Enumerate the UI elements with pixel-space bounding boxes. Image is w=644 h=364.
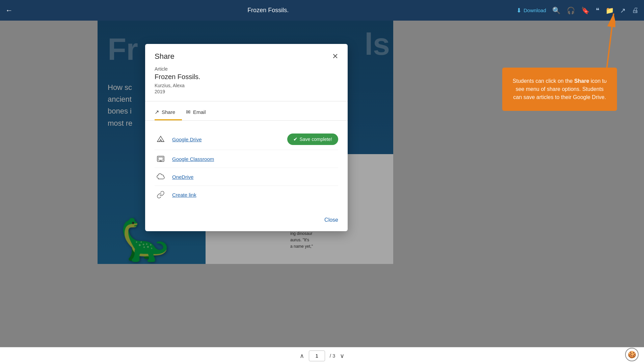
print-icon[interactable]: 🖨 bbox=[632, 6, 639, 14]
modal-article-name: Frozen Fossils. bbox=[155, 73, 338, 81]
share-tab-icon: ↗ bbox=[155, 109, 159, 115]
share-modal: Share ✕ Article Frozen Fossils. Kurzius,… bbox=[145, 44, 348, 231]
modal-close-button[interactable]: ✕ bbox=[332, 53, 338, 60]
modal-article-info: Article Frozen Fossils. Kurzius, Alexa 2… bbox=[145, 66, 348, 101]
modal-article-type: Article bbox=[155, 66, 338, 72]
audio-icon[interactable]: 🎧 bbox=[567, 6, 575, 15]
google-classroom-row: Google Classroom bbox=[155, 150, 338, 168]
tab-email[interactable]: ✉ Email bbox=[186, 104, 213, 120]
google-drive-icon bbox=[155, 135, 167, 143]
download-label: Download bbox=[524, 7, 546, 13]
google-classroom-link[interactable]: Google Classroom bbox=[172, 156, 338, 162]
modal-title: Share bbox=[155, 52, 175, 61]
page-input[interactable] bbox=[309, 350, 325, 361]
annotation-box: Students can click on the Share icon to … bbox=[502, 68, 617, 111]
next-page-button[interactable]: ∨ bbox=[340, 352, 344, 360]
modal-footer: Close bbox=[145, 212, 348, 231]
svg-rect-1 bbox=[158, 157, 163, 160]
create-link-icon bbox=[155, 191, 167, 199]
create-link-row: Create link bbox=[155, 186, 338, 203]
tab-share[interactable]: ↗ Share bbox=[155, 104, 182, 120]
save-complete-label: Save complete! bbox=[300, 137, 332, 142]
onedrive-link[interactable]: OneDrive bbox=[172, 174, 338, 180]
toolbar: ← Frozen Fossils. ⬇ Download 🔍 🎧 🔖 ❝ 📁 ↗… bbox=[0, 0, 644, 21]
pagination: ∧ / 3 ∨ bbox=[0, 347, 644, 364]
folder-icon[interactable]: 📁 bbox=[606, 6, 614, 15]
page-title: Frozen Fossils. bbox=[20, 7, 516, 14]
modal-tabs: ↗ Share ✉ Email bbox=[145, 104, 348, 121]
quote-icon[interactable]: ❝ bbox=[596, 6, 599, 15]
create-link-link[interactable]: Create link bbox=[172, 192, 338, 198]
back-button[interactable]: ← bbox=[5, 6, 13, 15]
onedrive-row: OneDrive bbox=[155, 168, 338, 186]
prev-page-button[interactable]: ∧ bbox=[300, 352, 304, 360]
share-icon[interactable]: ↗ bbox=[620, 6, 626, 15]
share-tab-label: Share bbox=[162, 109, 175, 115]
page-total: / 3 bbox=[330, 353, 336, 359]
google-drive-link[interactable]: Google Drive bbox=[172, 137, 282, 142]
annotation-text-bold: Share bbox=[574, 78, 589, 84]
download-icon: ⬇ bbox=[516, 7, 521, 14]
close-button[interactable]: Close bbox=[324, 217, 338, 223]
download-button[interactable]: ⬇ Download bbox=[516, 7, 546, 14]
google-classroom-icon bbox=[155, 155, 167, 163]
modal-article-author: Kurzius, Alexa bbox=[155, 83, 338, 88]
save-complete-button[interactable]: ✔ Save complete! bbox=[287, 134, 339, 145]
toolbar-actions: ⬇ Download 🔍 🎧 🔖 ❝ 📁 ↗ 🖨 bbox=[516, 6, 639, 15]
save-complete-check: ✔ bbox=[293, 136, 298, 142]
modal-header: Share ✕ bbox=[145, 44, 348, 66]
modal-article-year: 2019 bbox=[155, 89, 338, 94]
onedrive-icon bbox=[155, 173, 167, 181]
email-tab-icon: ✉ bbox=[186, 109, 190, 115]
annotation-text-pre: Students can click on the bbox=[513, 78, 574, 84]
search-icon[interactable]: 🔍 bbox=[552, 6, 561, 15]
google-drive-row: Google Drive ✔ Save complete! bbox=[155, 129, 338, 150]
modal-body: Google Drive ✔ Save complete! Google Cla… bbox=[145, 121, 348, 212]
bookmark-icon[interactable]: 🔖 bbox=[581, 6, 590, 15]
email-tab-label: Email bbox=[193, 109, 206, 115]
cookie-icon[interactable]: 🍪 bbox=[625, 348, 639, 361]
